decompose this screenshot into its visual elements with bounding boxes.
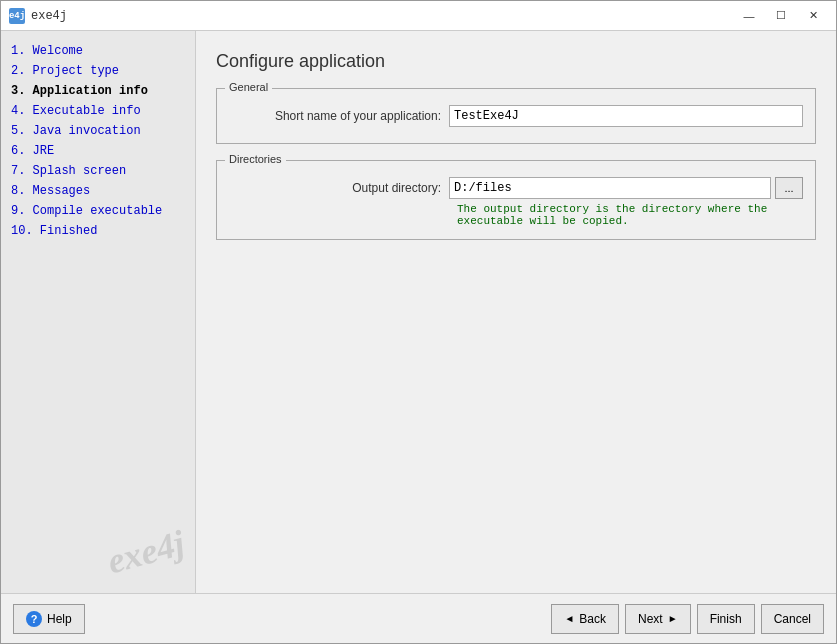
general-legend: General	[225, 81, 272, 93]
back-arrow-icon: ◄	[564, 613, 574, 624]
sidebar-item-finished[interactable]: 10. Finished	[1, 221, 195, 241]
sidebar-item-splash-screen[interactable]: 7. Splash screen	[1, 161, 195, 181]
directories-section: Directories Output directory: ... The ou…	[216, 160, 816, 240]
general-section: General Short name of your application:	[216, 88, 816, 144]
next-button[interactable]: Next ►	[625, 604, 691, 634]
titlebar-controls: — ☐ ✕	[734, 6, 828, 26]
directories-legend: Directories	[225, 153, 286, 165]
page-title: Configure application	[216, 51, 816, 72]
help-icon: ?	[26, 611, 42, 627]
cancel-button[interactable]: Cancel	[761, 604, 824, 634]
browse-button[interactable]: ...	[775, 177, 803, 199]
titlebar: e4j exe4j — ☐ ✕	[1, 1, 836, 31]
finish-button[interactable]: Finish	[697, 604, 755, 634]
sidebar-item-project-type[interactable]: 2. Project type	[1, 61, 195, 81]
help-button[interactable]: ? Help	[13, 604, 85, 634]
next-arrow-icon: ►	[668, 613, 678, 624]
output-dir-label: Output directory:	[229, 181, 449, 195]
short-name-row: Short name of your application:	[229, 105, 803, 127]
output-dir-hint: The output directory is the directory wh…	[457, 203, 803, 227]
sidebar-item-application-info[interactable]: 3. Application info	[1, 81, 195, 101]
sidebar-item-compile-executable[interactable]: 9. Compile executable	[1, 201, 195, 221]
titlebar-title: exe4j	[31, 9, 67, 23]
main-content: 1. Welcome 2. Project type 3. Applicatio…	[1, 31, 836, 593]
sidebar-item-java-invocation[interactable]: 5. Java invocation	[1, 121, 195, 141]
main-window: e4j exe4j — ☐ ✕ 1. Welcome 2. Project ty…	[0, 0, 837, 644]
sidebar-item-messages[interactable]: 8. Messages	[1, 181, 195, 201]
sidebar-item-jre[interactable]: 6. JRE	[1, 141, 195, 161]
sidebar-watermark: exe4j	[103, 522, 189, 583]
close-button[interactable]: ✕	[798, 6, 828, 26]
minimize-button[interactable]: —	[734, 6, 764, 26]
maximize-button[interactable]: ☐	[766, 6, 796, 26]
output-dir-row: Output directory: ...	[229, 177, 803, 199]
sidebar-item-executable-info[interactable]: 4. Executable info	[1, 101, 195, 121]
sidebar-item-welcome[interactable]: 1. Welcome	[1, 41, 195, 61]
short-name-input[interactable]	[449, 105, 803, 127]
output-dir-input-group: ...	[449, 177, 803, 199]
sidebar: 1. Welcome 2. Project type 3. Applicatio…	[1, 31, 196, 593]
app-icon: e4j	[9, 8, 25, 24]
footer: ? Help ◄ Back Next ► Finish Cancel	[1, 593, 836, 643]
content-area: Configure application General Short name…	[196, 31, 836, 593]
output-dir-input[interactable]	[449, 177, 771, 199]
short-name-label: Short name of your application:	[229, 109, 449, 123]
titlebar-left: e4j exe4j	[9, 8, 67, 24]
back-button[interactable]: ◄ Back	[551, 604, 619, 634]
